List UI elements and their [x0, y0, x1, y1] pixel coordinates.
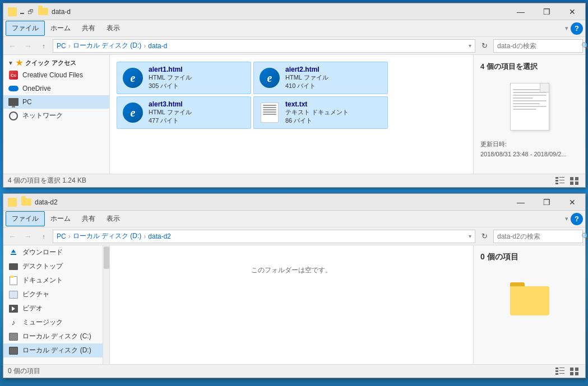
maximize-icon[interactable]: 🗗: [27, 8, 34, 15]
sidebar-item-network[interactable]: ネットワーク: [3, 109, 109, 123]
menu-home-1[interactable]: ホーム: [45, 21, 76, 35]
folder-icon: [38, 8, 48, 15]
sidebar-scrollbar-2[interactable]: [103, 245, 109, 364]
close-button-1[interactable]: ✕: [559, 3, 585, 20]
menu-bar-1: ファイル ホーム 共有 表示 ▾ ?: [3, 20, 585, 37]
file-size-text: 86 バイト: [285, 117, 383, 125]
back-button-2[interactable]: ←: [6, 230, 19, 243]
preview-panel-1: 4 個の項目を選択: [473, 55, 585, 174]
doc-line: [513, 109, 536, 110]
content-wrapper-2: ダウンロード デスクトップ ドキュメ: [3, 245, 585, 364]
help-button-2[interactable]: ?: [571, 213, 583, 225]
refresh-button-1[interactable]: ↻: [478, 39, 491, 53]
crumb-pc-1[interactable]: PC: [57, 42, 66, 50]
file-item-text[interactable]: text.txt テキスト ドキュメント 86 バイト: [253, 96, 388, 129]
forward-button-1[interactable]: →: [21, 39, 35, 53]
address-bar-1: ← → ↑ PC › ローカル ディスク (D:) › data-d ▾ ↻: [3, 37, 585, 55]
search-box-2: 🔍: [493, 230, 583, 243]
menu-home-2[interactable]: ホーム: [45, 212, 76, 226]
menu-view-1[interactable]: 表示: [101, 21, 126, 35]
sidebar-item-documents[interactable]: ドキュメント: [3, 273, 109, 287]
sidebar-item-pc[interactable]: PC: [3, 95, 109, 109]
quick-access-header[interactable]: ▼ ★ クイック アクセス: [3, 55, 109, 68]
sidebar-item-download[interactable]: ダウンロード: [3, 245, 109, 259]
file-item-alert2[interactable]: e alert2.html HTML ファイル 410 バイト: [253, 62, 388, 94]
menu-share-1[interactable]: 共有: [76, 21, 101, 35]
address-path-2[interactable]: PC › ローカル ディスク (D:) › data-d2 ▾: [53, 230, 475, 243]
menu-bar-2: ファイル ホーム 共有 表示 ▾ ?: [3, 211, 585, 227]
forward-button-2[interactable]: →: [21, 230, 35, 243]
crumb-disk-1[interactable]: ローカル ディスク (D:): [73, 41, 142, 50]
path-dropdown-icon-2[interactable]: ▾: [469, 233, 471, 239]
preview-title-2: 0 個の項目: [480, 252, 518, 262]
crumb-disk-2[interactable]: ローカル ディスク (D:): [73, 231, 142, 241]
minimize-button-1[interactable]: —: [508, 3, 534, 20]
search-input-1[interactable]: [497, 42, 581, 50]
path-dropdown-icon[interactable]: ▾: [469, 43, 471, 49]
up-button-1[interactable]: ↑: [37, 39, 50, 53]
title-bar-icons-2: [8, 198, 17, 207]
ie-icon-alert1: e: [123, 68, 143, 88]
txt-line-3: [263, 109, 276, 110]
file-item-alert1[interactable]: e alert1.html HTML ファイル 305 バイト: [117, 62, 251, 94]
crumb-sep-4: ›: [143, 232, 146, 240]
explorer-window-2: data-d2 — ❒ ✕ ファイル ホーム 共有 表示 ▾ ?: [3, 193, 586, 378]
view-details-btn-2[interactable]: [554, 366, 566, 376]
sidebar-item-music[interactable]: ♪ ミュージック: [3, 315, 109, 329]
close-button-2[interactable]: ✕: [559, 194, 585, 211]
svg-rect-14: [555, 370, 558, 372]
back-button-1[interactable]: ←: [6, 39, 19, 53]
menu-right-1: ▾ ?: [565, 22, 583, 35]
sidebar-item-videos[interactable]: ビデオ: [3, 301, 109, 315]
view-large-icons-btn-2[interactable]: [568, 366, 581, 376]
menu-file-1[interactable]: ファイル: [6, 21, 45, 36]
crumb-folder-1[interactable]: data-d: [148, 42, 167, 50]
download-icon-svg: [9, 248, 18, 257]
content-area-1[interactable]: e alert1.html HTML ファイル 305 バイト e: [110, 55, 473, 174]
menu-share-2[interactable]: 共有: [76, 212, 101, 226]
view-details-btn-1[interactable]: [554, 176, 566, 186]
svg-rect-3: [559, 180, 564, 180]
sidebar-item-pictures[interactable]: ピクチャ: [3, 287, 109, 301]
restore-button-2[interactable]: ❒: [534, 194, 559, 211]
folder-tab-2: [21, 196, 26, 198]
scrollbar-thumb-2[interactable]: [104, 247, 109, 269]
file-type-alert3: HTML ファイル: [149, 108, 246, 117]
path-crumbs-2: PC › ローカル ディスク (D:) › data-d2: [57, 231, 469, 241]
sidebar-item-creative-cloud[interactable]: Cc Creative Cloud Files: [3, 68, 109, 82]
txt-line-1: [263, 105, 276, 106]
expand-ribbon-icon[interactable]: ▾: [565, 25, 568, 32]
file-info-text: text.txt テキスト ドキュメント 86 バイト: [285, 100, 383, 125]
title-bar-content: data-d: [38, 8, 581, 16]
doc-line: [513, 100, 547, 101]
up-button-2[interactable]: ↑: [37, 230, 50, 243]
large-icons-view-icon: [570, 177, 579, 185]
menu-view-2[interactable]: 表示: [101, 212, 126, 226]
address-path-1[interactable]: PC › ローカル ディスク (D:) › data-d ▾: [53, 39, 475, 53]
large-icons-view-icon-2: [570, 368, 579, 375]
sidebar-label-videos: ビデオ: [22, 304, 43, 313]
restore-button-1[interactable]: ❒: [534, 3, 559, 20]
videos-icon: [8, 304, 19, 313]
file-size-alert1: 305 バイト: [149, 82, 246, 90]
sidebar-item-disk-d[interactable]: ローカル ディスク (D:): [3, 343, 109, 357]
sidebar-item-disk-c[interactable]: ローカル ディスク (C:): [3, 329, 109, 343]
crumb-folder-2[interactable]: data-d2: [148, 232, 171, 240]
sidebar-item-desktop[interactable]: デスクトップ: [3, 259, 109, 273]
crumb-pc-2[interactable]: PC: [57, 232, 66, 240]
help-button-1[interactable]: ?: [571, 22, 583, 35]
refresh-button-2[interactable]: ↻: [478, 230, 491, 243]
svg-rect-9: [575, 182, 578, 185]
view-large-icons-btn-1[interactable]: [568, 176, 581, 186]
search-input-2[interactable]: [497, 232, 581, 240]
sidebar-item-onedrive[interactable]: OneDrive: [3, 82, 109, 95]
file-item-alert3[interactable]: e alert3.html HTML ファイル 477 バイト: [117, 96, 251, 129]
menu-file-2[interactable]: ファイル: [6, 211, 45, 226]
expand-ribbon-icon-2[interactable]: ▾: [565, 215, 568, 222]
sidebar-item-label-onedrive: OneDrive: [22, 85, 51, 92]
star-icon: ★: [16, 58, 23, 67]
minimize-button-2[interactable]: —: [508, 194, 534, 211]
minimize-icon[interactable]: 🗕: [19, 8, 25, 15]
svg-rect-17: [559, 373, 564, 374]
content-area-2[interactable]: このフォルダーは空です。: [110, 245, 473, 364]
